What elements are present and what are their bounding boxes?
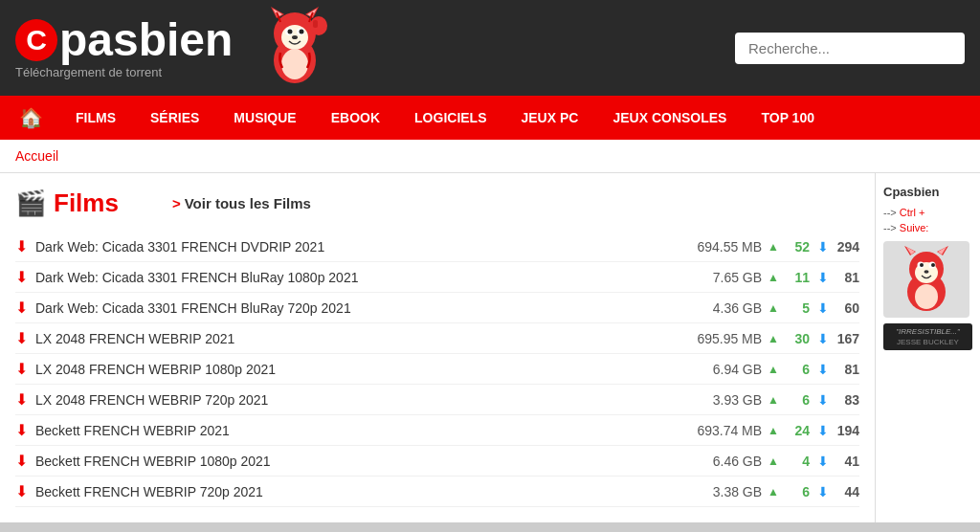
nav-films[interactable]: FILMS: [58, 96, 133, 140]
film-size: 693.74 MB: [666, 423, 762, 438]
sidebar-ad-text: "IRRESISTIBLE..." JESSE BUCKLEY: [883, 323, 972, 350]
download-icon: ⬇: [15, 299, 28, 317]
films-section-header: 🎬 Films Voir tous les Films: [15, 188, 859, 218]
nav-logiciels[interactable]: LOGICIELS: [397, 96, 503, 140]
seed-count: 11: [781, 270, 810, 285]
table-row: ⬇ LX 2048 FRENCH WEBRIP 2021 695.95 MB ▲…: [15, 323, 859, 354]
film-size: 3.38 GB: [666, 484, 762, 499]
main-container: 🎬 Films Voir tous les Films ⬇ Dark Web: …: [0, 173, 980, 522]
sidebar-tiger-svg: [886, 244, 968, 316]
leech-down-icon: ⬇: [817, 300, 829, 316]
film-name[interactable]: Dark Web: Cicada 3301 FRENCH BluRay 720p…: [35, 300, 666, 316]
table-row: ⬇ Beckett FRENCH WEBRIP 720p 2021 3.38 G…: [15, 477, 859, 507]
search-area: [735, 33, 965, 64]
svg-point-15: [281, 49, 308, 79]
nav-home[interactable]: 🏠: [4, 96, 58, 140]
leech-count: 60: [831, 300, 859, 316]
nav-series[interactable]: SÉRIES: [133, 96, 216, 140]
sidebar-title: Cpasbien: [883, 185, 972, 199]
film-size: 695.95 MB: [666, 331, 762, 346]
seed-count: 52: [781, 239, 810, 255]
films-title: 🎬 Films: [15, 188, 119, 218]
film-name[interactable]: LX 2048 FRENCH WEBRIP 720p 2021: [35, 392, 666, 408]
film-size: 6.94 GB: [666, 362, 762, 377]
table-row: ⬇ Beckett FRENCH WEBRIP 1080p 2021 6.46 …: [15, 446, 859, 477]
seed-up-icon: ▲: [768, 454, 779, 468]
table-row: ⬇ Dark Web: Cicada 3301 FRENCH BluRay 10…: [15, 262, 859, 293]
nav-jeux-consoles[interactable]: JEUX CONSOLES: [595, 96, 744, 140]
header: Cpasbien Téléchargement de torrent: [0, 0, 980, 96]
logo-c-badge: C: [15, 19, 57, 61]
films-title-text: Films: [54, 188, 119, 218]
leech-down-icon: ⬇: [817, 331, 829, 346]
leech-count: 44: [831, 484, 859, 499]
nav-top100[interactable]: TOP 100: [744, 96, 832, 140]
svg-point-6: [300, 30, 304, 34]
leech-down-icon: ⬇: [817, 423, 829, 438]
seed-up-icon: ▲: [768, 301, 779, 315]
nav-musique[interactable]: MUSIQUE: [216, 96, 313, 140]
film-icon: 🎬: [15, 188, 46, 218]
leech-down-icon: ⬇: [817, 362, 829, 377]
film-name[interactable]: Beckett FRENCH WEBRIP 1080p 2021: [35, 454, 666, 469]
nav-jeux-pc[interactable]: JEUX PC: [504, 96, 596, 140]
seed-count: 24: [781, 423, 810, 438]
seed-up-icon: ▲: [768, 393, 779, 407]
seed-count: 5: [781, 300, 810, 316]
logo-area: Cpasbien Téléchargement de torrent: [15, 5, 338, 91]
download-icon: ⬇: [15, 390, 28, 409]
download-icon: ⬇: [15, 482, 28, 500]
sidebar-tip-follow: --> Suive:: [883, 222, 972, 233]
svg-point-23: [924, 270, 928, 274]
table-row: ⬇ Beckett FRENCH WEBRIP 2021 693.74 MB ▲…: [15, 415, 859, 446]
film-name[interactable]: Dark Web: Cicada 3301 FRENCH BluRay 1080…: [35, 270, 666, 285]
film-size: 4.36 GB: [666, 300, 762, 316]
leech-down-icon: ⬇: [817, 392, 829, 408]
leech-down-icon: ⬇: [817, 239, 829, 255]
film-name[interactable]: LX 2048 FRENCH WEBRIP 1080p 2021: [35, 362, 666, 377]
seed-up-icon: ▲: [768, 424, 779, 437]
see-all-films-link[interactable]: Voir tous les Films: [172, 195, 311, 211]
film-list: ⬇ Dark Web: Cicada 3301 FRENCH DVDRIP 20…: [15, 232, 859, 507]
logo-name: Cpasbien: [15, 17, 233, 63]
table-row: ⬇ Dark Web: Cicada 3301 FRENCH DVDRIP 20…: [15, 232, 859, 262]
logo-text: Cpasbien Téléchargement de torrent: [15, 17, 233, 79]
seed-count: 30: [781, 331, 810, 346]
seed-count: 6: [781, 392, 810, 408]
sidebar-follow-label: Suive:: [900, 222, 929, 233]
search-input[interactable]: [735, 33, 965, 64]
breadcrumb: Accueil: [0, 140, 980, 173]
leech-count: 194: [831, 423, 859, 438]
leech-down-icon: ⬇: [817, 484, 829, 499]
svg-point-28: [915, 284, 938, 309]
leech-count: 167: [831, 331, 859, 346]
nav-ebook[interactable]: EBOOK: [314, 96, 397, 140]
download-icon: ⬇: [15, 452, 28, 470]
leech-count: 41: [831, 454, 859, 469]
bottom-scrollbar[interactable]: [0, 522, 980, 532]
film-size: 7.65 GB: [666, 270, 762, 285]
film-name[interactable]: Beckett FRENCH WEBRIP 720p 2021: [35, 484, 666, 499]
film-name[interactable]: Dark Web: Cicada 3301 FRENCH DVDRIP 2021: [35, 239, 666, 255]
download-icon: ⬇: [15, 360, 28, 378]
table-row: ⬇ LX 2048 FRENCH WEBRIP 1080p 2021 6.94 …: [15, 354, 859, 385]
film-name[interactable]: Beckett FRENCH WEBRIP 2021: [35, 423, 666, 438]
seed-up-icon: ▲: [768, 271, 779, 284]
svg-point-21: [920, 263, 924, 267]
seed-up-icon: ▲: [768, 485, 779, 499]
mascot: [252, 5, 338, 91]
film-size: 3.93 GB: [666, 392, 762, 408]
seed-count: 6: [781, 484, 810, 499]
logo-name-text: pasbien: [59, 17, 233, 63]
download-icon: ⬇: [15, 268, 28, 286]
main-content: 🎬 Films Voir tous les Films ⬇ Dark Web: …: [0, 173, 875, 522]
seed-up-icon: ▲: [768, 332, 779, 345]
leech-count: 83: [831, 392, 859, 408]
svg-point-5: [288, 30, 293, 34]
film-name[interactable]: LX 2048 FRENCH WEBRIP 2021: [35, 331, 666, 346]
seed-count: 4: [781, 454, 810, 469]
breadcrumb-home-link[interactable]: Accueil: [15, 148, 58, 164]
sidebar: Cpasbien --> Ctrl + --> Suive:: [875, 173, 980, 522]
leech-count: 81: [831, 362, 859, 377]
svg-point-22: [931, 263, 935, 267]
